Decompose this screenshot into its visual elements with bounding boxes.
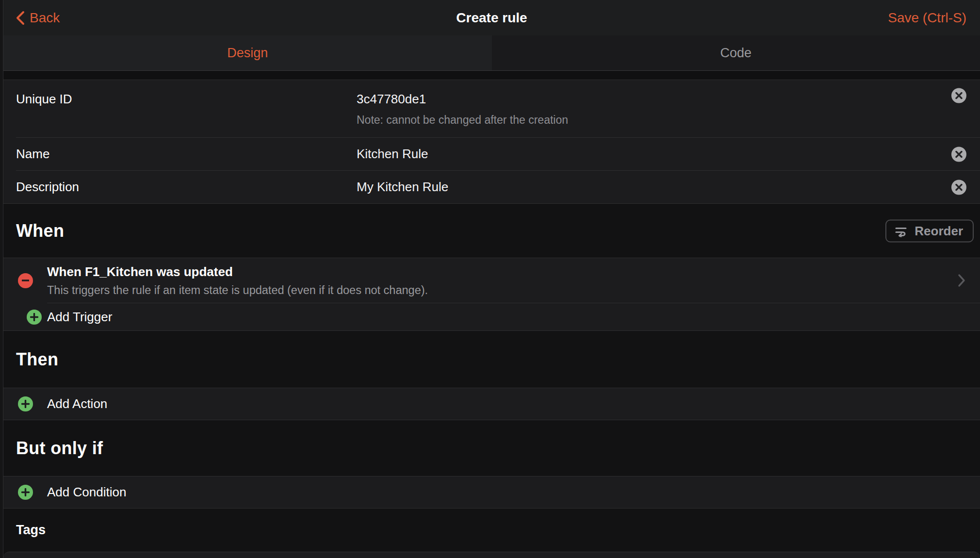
trigger-description: This triggers the rule if an item state … bbox=[47, 284, 946, 297]
clear-description-button[interactable] bbox=[951, 180, 966, 195]
tags-card: Semantic Class None bbox=[3, 552, 980, 558]
unique-id-note: Note: cannot be changed after the creati… bbox=[357, 114, 980, 127]
actions-card: Add Action bbox=[3, 388, 980, 420]
tab-code[interactable]: Code bbox=[492, 35, 980, 70]
description-row: Description My Kitchen Rule bbox=[16, 170, 980, 203]
tags-section-header: Tags bbox=[3, 509, 980, 552]
add-trigger-label: Add Trigger bbox=[47, 310, 112, 325]
clear-x-icon bbox=[955, 150, 963, 158]
tab-bar: Design Code bbox=[3, 35, 980, 71]
then-section-header: Then bbox=[3, 331, 980, 388]
clear-unique-id-button[interactable] bbox=[951, 88, 966, 103]
add-icon bbox=[27, 310, 42, 325]
create-rule-page: Back Create rule Save (Ctrl-S) Design Co… bbox=[3, 0, 980, 558]
unique-id-row: Unique ID 3c47780de1 Note: cannot be cha… bbox=[3, 80, 980, 137]
unique-id-label: Unique ID bbox=[3, 92, 357, 107]
name-row: Name Kitchen Rule bbox=[16, 137, 980, 170]
navbar: Back Create rule Save (Ctrl-S) bbox=[3, 0, 980, 35]
triggers-card: When F1_Kitchen was updated This trigger… bbox=[3, 258, 980, 331]
clear-x-icon bbox=[955, 183, 963, 191]
but-only-if-section-header: But only if bbox=[3, 420, 980, 476]
minus-icon bbox=[22, 279, 29, 281]
semantic-class-row[interactable]: Semantic Class None bbox=[3, 552, 980, 558]
left-panel-edge bbox=[0, 0, 3, 558]
spacer bbox=[3, 71, 980, 80]
plus-icon bbox=[21, 400, 30, 408]
add-icon bbox=[18, 485, 33, 500]
plus-icon bbox=[21, 488, 30, 496]
plus-icon bbox=[30, 313, 38, 321]
rule-info-card: Unique ID 3c47780de1 Note: cannot be cha… bbox=[3, 80, 980, 204]
add-trigger-row[interactable]: Add Trigger bbox=[47, 303, 980, 330]
clear-name-button[interactable] bbox=[951, 147, 966, 162]
add-condition-row[interactable]: Add Condition bbox=[3, 476, 980, 508]
when-title: When bbox=[16, 221, 64, 241]
trigger-item-row[interactable]: When F1_Kitchen was updated This trigger… bbox=[3, 258, 980, 303]
but-only-if-title: But only if bbox=[16, 438, 103, 459]
add-action-row[interactable]: Add Action bbox=[3, 388, 980, 420]
then-title: Then bbox=[16, 349, 58, 370]
tab-design[interactable]: Design bbox=[3, 35, 492, 70]
remove-trigger-button[interactable] bbox=[18, 273, 33, 288]
add-action-label: Add Action bbox=[47, 396, 107, 411]
clear-x-icon bbox=[955, 92, 963, 99]
add-condition-label: Add Condition bbox=[47, 485, 126, 500]
unique-id-input[interactable]: 3c47780de1 bbox=[357, 92, 980, 107]
trigger-title: When F1_Kitchen was updated bbox=[47, 264, 946, 279]
when-section-header: When Reorder bbox=[3, 204, 980, 258]
tags-title: Tags bbox=[16, 523, 46, 538]
add-icon bbox=[18, 396, 33, 411]
description-input[interactable]: My Kitchen Rule bbox=[357, 180, 980, 195]
name-label: Name bbox=[16, 147, 357, 162]
chevron-right-icon bbox=[958, 274, 965, 287]
save-button[interactable]: Save (Ctrl-S) bbox=[888, 0, 966, 35]
description-label: Description bbox=[16, 180, 357, 195]
conditions-card: Add Condition bbox=[3, 476, 980, 509]
reorder-button[interactable]: Reorder bbox=[885, 219, 974, 242]
reorder-label: Reorder bbox=[915, 223, 963, 238]
name-input[interactable]: Kitchen Rule bbox=[357, 147, 980, 162]
reorder-icon bbox=[894, 225, 909, 237]
page-title: Create rule bbox=[3, 10, 980, 26]
